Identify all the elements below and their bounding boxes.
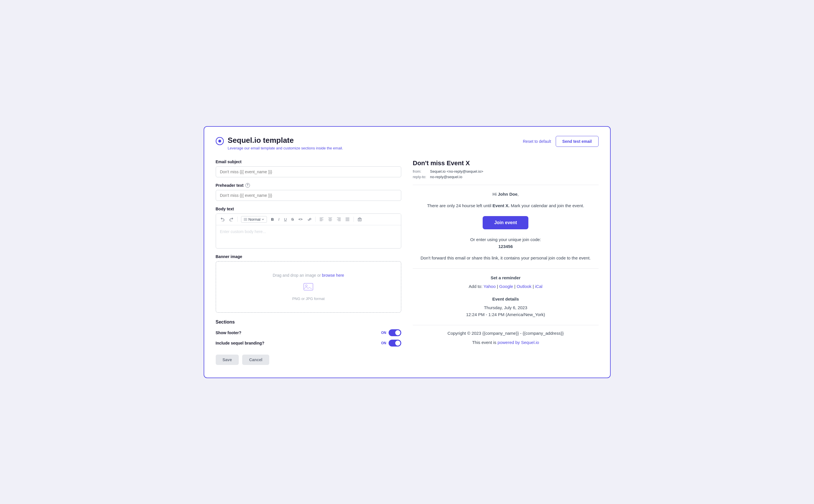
show-footer-on-label: ON [381,331,386,335]
sequel-logo-icon [216,137,224,145]
body-text-input[interactable]: Enter custom body here... [216,225,401,248]
email-subject-label: Email subject [216,159,402,164]
reply-to-label: reply-to: [413,175,430,179]
align-justify-button[interactable] [344,216,351,222]
bold-button[interactable]: B [269,216,275,223]
editor-toolbar: Normal B I U S <> [216,214,401,225]
header-actions: Reset to default Send test email [523,136,598,147]
show-footer-row: Show footer? ON [216,329,402,336]
style-dropdown[interactable]: Normal [241,216,267,223]
main-layout: Email subject Preheader text ? Body text [216,159,598,365]
link-button[interactable] [306,216,313,222]
header-left: Sequel.io template Leverage our email te… [216,136,343,150]
bottom-buttons: Save Cancel [216,355,402,365]
toolbar-separator-1 [237,217,238,222]
show-footer-toggle-group: ON [381,329,401,336]
undo-button[interactable] [219,216,227,222]
svg-point-1 [218,140,221,143]
reminder-title: Set a reminder [413,274,598,281]
email-preview-header: Don't miss Event X from: Sequel.io <no-r… [413,159,598,179]
preheader-help-icon[interactable]: ? [245,183,250,188]
email-content-text: There are only 24 hourse left until Even… [413,202,598,209]
page-title: Sequel.io template [228,136,343,145]
footer-powered: This event is powered by Sequel.io [413,339,598,346]
include-branding-row: Include sequel branding? ON [216,340,402,347]
event-time: 12:24 PM - 1:24 PM (America/New_York) [413,311,598,318]
right-column: Don't miss Event X from: Sequel.io <no-r… [413,159,598,365]
email-subject-preview: Don't miss Event X [413,159,598,167]
underline-button[interactable]: U [282,216,288,223]
align-left-button[interactable] [318,216,325,222]
strikethrough-button[interactable]: S [290,216,296,223]
reminder-google-link[interactable]: Google [499,284,513,289]
toolbar-separator-2 [315,217,316,222]
banner-upload-area[interactable]: Drag and drop an image or browse here PN… [216,261,402,313]
email-preview: Don't miss Event X from: Sequel.io <no-r… [413,159,598,352]
delete-button[interactable] [356,216,363,222]
body-editor: Normal B I U S <> [216,213,402,249]
include-branding-label: Include sequel branding? [216,341,265,345]
reset-to-default-button[interactable]: Reset to default [523,139,551,144]
main-container: Sequel.io template Leverage our email te… [204,126,610,378]
join-event-button[interactable]: Join event [483,216,528,229]
body-placeholder: Enter custom body here... [220,229,266,234]
email-greeting: Hi John Doe, [413,191,598,198]
show-footer-label: Show footer? [216,330,241,335]
page-header: Sequel.io template Leverage our email te… [216,136,598,150]
save-button[interactable]: Save [216,355,239,365]
event-date: Thursday, July 6, 2023 [413,304,598,311]
banner-format-text: PNG or JPG format [292,297,325,301]
reminder-ical-link[interactable]: iCal [535,284,542,289]
reminder-add: Add to: Yahoo | Google | Outlook | iCal [413,283,598,290]
svg-rect-3 [304,283,313,290]
greeting-name: John Doe [498,192,517,197]
preheader-text-label: Preheader text ? [216,183,402,188]
footer-copyright: Copyright © 2023 {{company_name}} - {{co… [413,330,598,337]
svg-point-4 [306,285,307,286]
preheader-text-input[interactable] [216,190,402,201]
join-code-value: 123456 [413,243,598,250]
banner-browse-link[interactable]: browse here [322,273,344,278]
code-button[interactable]: <> [297,216,304,222]
include-branding-on-label: ON [381,341,386,345]
page-subtitle: Leverage our email template and customiz… [228,146,343,150]
reminder-yahoo-link[interactable]: Yahoo [483,284,496,289]
reply-to-value: no-reply@sequel.io [430,175,598,179]
align-center-button[interactable] [327,216,334,222]
style-dropdown-value: Normal [249,217,261,222]
italic-button[interactable]: I [277,216,281,223]
event-details-section: Event details Thursday, July 6, 2023 12:… [413,296,598,318]
forward-warning: Don't forward this email or share this l… [413,255,598,261]
redo-button[interactable] [228,216,235,222]
include-branding-toggle[interactable] [389,340,401,347]
include-branding-toggle-group: ON [381,340,401,347]
reminder-outlook-link[interactable]: Outlook [516,284,531,289]
header-title-block: Sequel.io template Leverage our email te… [228,136,343,150]
event-details-title: Event details [413,296,598,303]
join-code-label: Or enter using your unique join code: [413,236,598,243]
sequel-powered-link[interactable]: powered by Sequel.io [498,340,539,345]
email-meta: from: Sequel.io <no-reply@sequel.io> rep… [413,169,598,179]
banner-drag-text: Drag and drop an image or browse here [273,273,344,278]
image-placeholder-icon [303,281,314,294]
left-column: Email subject Preheader text ? Body text [216,159,402,365]
body-text-label: Body text [216,207,402,211]
sections-title: Sections [216,320,402,325]
send-test-email-button[interactable]: Send test email [556,136,598,147]
align-right-button[interactable] [335,216,343,222]
from-value: Sequel.io <no-reply@sequel.io> [430,169,598,174]
footer-section: Copyright © 2023 {{company_name}} - {{co… [413,325,598,346]
join-code-section: Or enter using your unique join code: 12… [413,236,598,250]
from-label: from: [413,169,430,174]
reminder-section: Set a reminder Add to: Yahoo | Google | … [413,274,598,290]
email-subject-input[interactable] [216,166,402,177]
cancel-button[interactable]: Cancel [242,355,269,365]
email-body-preview: Hi John Doe, There are only 24 hourse le… [413,185,598,352]
banner-image-label: Banner image [216,254,402,259]
divider-1 [413,268,598,269]
show-footer-toggle[interactable] [389,329,401,336]
